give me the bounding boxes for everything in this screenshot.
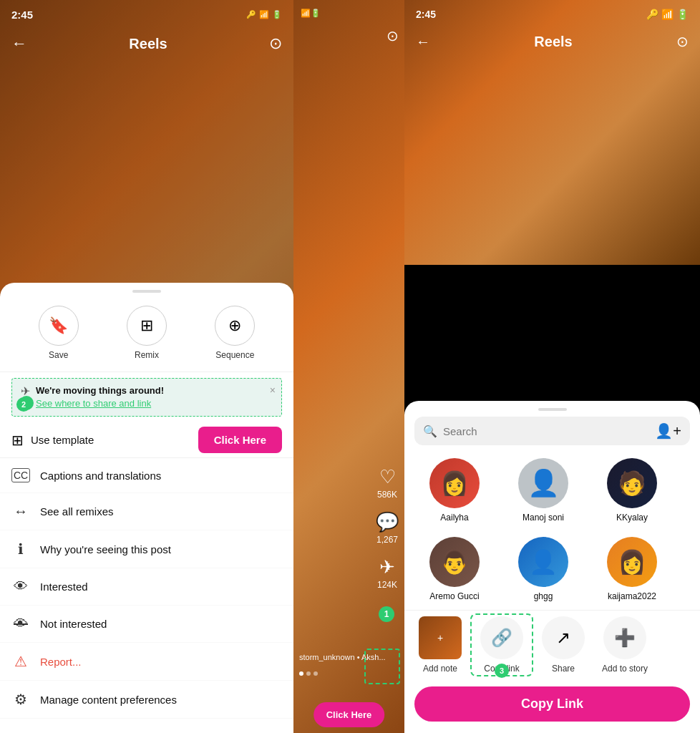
comment-icon: 💬 xyxy=(376,511,399,533)
contact-aremo[interactable]: 👨 Aremo Gucci xyxy=(412,531,497,607)
contact-kkyalay[interactable]: 🧑 KKyalay xyxy=(589,452,675,528)
mid-dashed-box xyxy=(364,649,400,684)
right-share-sheet: 🔍 👤+ 👩 Aailyha 👤 Manoj soni 🧑 xyxy=(404,401,700,733)
left-time: 2:45 xyxy=(11,9,33,21)
share-count: 124K xyxy=(377,580,397,590)
left-phone-panel: 2:45 🔑 📶 🔋 ← Reels ⊙ 🔖 Save ⊞ Remix ⊕ xyxy=(0,0,293,733)
mid-right-actions: ♡ 586K 💬 1,267 ✈ 124K xyxy=(376,466,399,590)
right-reels-title: Reels xyxy=(534,34,572,50)
mid-camera-icon[interactable]: ⊙ xyxy=(387,27,399,44)
add-note-thumb: + xyxy=(419,616,462,659)
avatar-ghgg: 👤 xyxy=(518,537,568,587)
contact-name-aailyha: Aailyha xyxy=(440,513,468,523)
add-person-icon[interactable]: 👤+ xyxy=(655,422,681,440)
left-status-icons: 🔑 📶 🔋 xyxy=(246,10,282,19)
comment-action[interactable]: 💬 1,267 xyxy=(376,511,399,545)
left-reels-header: ← Reels ⊙ xyxy=(0,29,293,59)
left-status-bar: 2:45 🔑 📶 🔋 xyxy=(0,0,293,29)
banner-text: We're moving things around! See where to… xyxy=(36,384,273,410)
contact-manoj[interactable]: 👤 Manoj soni xyxy=(500,452,586,528)
click-here-mid-button[interactable]: Click Here xyxy=(313,702,385,727)
report-label: Report... xyxy=(40,656,82,668)
see-remixes-menu-item[interactable]: ↔ See all remixes xyxy=(0,493,293,530)
captions-menu-item[interactable]: CC Captions and translations xyxy=(0,458,293,493)
contact-ghgg[interactable]: 👤 ghgg xyxy=(500,531,586,607)
add-note-label: Add note xyxy=(423,664,457,674)
step-badge-3: 3 xyxy=(495,664,509,678)
right-phone-panel: 2:45 🔑 📶 🔋 ← Reels ⊙ 🔍 👤+ 👩 Aailyha xyxy=(404,0,700,733)
avatar-aailyha: 👩 xyxy=(429,458,480,508)
comment-count: 1,267 xyxy=(376,535,398,545)
left-reels-title: Reels xyxy=(129,36,167,52)
interested-label: Interested xyxy=(40,581,88,593)
middle-phone-panel: 📶🔋 ♡ 586K 💬 1,267 ✈ 124K storm_unknown •… xyxy=(293,0,404,733)
right-status-bar: 2:45 🔑 📶 🔋 xyxy=(404,0,700,29)
dot-3 xyxy=(313,671,318,676)
use-template-label: Use template xyxy=(31,434,94,446)
contact-name-kaijama: kaijama2022 xyxy=(608,591,656,601)
banner-link[interactable]: See where to share and link xyxy=(36,398,151,409)
dot-2 xyxy=(306,671,311,676)
not-interested-menu-item[interactable]: 👁 Not interested xyxy=(0,606,293,643)
manage-content-menu-item[interactable]: ⚙ Manage content preferences xyxy=(0,681,293,719)
like-action[interactable]: ♡ 586K xyxy=(377,466,397,500)
not-interested-label: Not interested xyxy=(40,618,107,630)
add-to-story-action[interactable]: ➕ Add to story xyxy=(596,616,653,674)
heart-icon: ♡ xyxy=(379,466,396,488)
avatar-kkyalay: 🧑 xyxy=(607,458,657,508)
interested-menu-item[interactable]: 👁 Interested xyxy=(0,568,293,606)
left-bottom-sheet: 🔖 Save ⊞ Remix ⊕ Sequence ✈ We're moving… xyxy=(0,283,293,733)
captions-label: Captions and translations xyxy=(40,470,161,482)
banner-close-icon[interactable]: × xyxy=(270,384,276,396)
save-label: Save xyxy=(49,350,68,360)
like-count: 586K xyxy=(377,490,397,500)
share-action-item[interactable]: ↗ Share xyxy=(535,616,592,674)
sheet-handle xyxy=(132,290,161,293)
remixes-label: See all remixes xyxy=(40,505,114,518)
copy-link-action[interactable]: 🔗 Copy link 3 xyxy=(473,616,530,674)
report-menu-item[interactable]: ⚠ Report... xyxy=(0,643,293,681)
avatar-aremo: 👨 xyxy=(429,537,480,587)
template-icon: ⊞ xyxy=(11,432,24,449)
remixes-icon: ↔ xyxy=(11,503,30,520)
add-note-action[interactable]: + Add note xyxy=(412,616,469,674)
contact-aailyha[interactable]: 👩 Aailyha xyxy=(412,452,497,528)
use-template-row: ⊞ Use template Click Here xyxy=(0,422,293,458)
share-action-label: Share xyxy=(552,664,575,674)
share-action-mid[interactable]: ✈ 124K xyxy=(377,556,397,590)
right-camera-icon[interactable]: ⊙ xyxy=(676,33,689,50)
remix-icon-circle: ⊞ xyxy=(127,306,167,346)
click-here-button[interactable]: Click Here xyxy=(198,427,282,453)
save-action[interactable]: 🔖 Save xyxy=(39,306,79,360)
moving-banner: ✈ We're moving things around! See where … xyxy=(11,378,282,417)
right-sheet-handle xyxy=(538,408,567,411)
share-actions-row: + Add note 🔗 Copy link 3 ↗ Share ➕ Add t… xyxy=(404,610,700,679)
remix-action[interactable]: ⊞ Remix xyxy=(127,306,167,360)
copy-link-big-button[interactable]: Copy Link xyxy=(414,686,690,722)
sequence-label: Sequence xyxy=(215,350,254,360)
contact-kaijama[interactable]: 👩 kaijama2022 xyxy=(589,531,675,607)
mid-reel-bg xyxy=(293,0,404,733)
why-seeing-label: Why you're seeing this post xyxy=(40,543,171,555)
right-back-icon[interactable]: ← xyxy=(416,34,430,50)
share-icon: ✈ xyxy=(379,556,395,578)
contact-name-ghgg: ghgg xyxy=(534,591,553,601)
mid-dots xyxy=(299,671,318,676)
sequence-icon-circle: ⊕ xyxy=(215,306,255,346)
left-back-icon[interactable]: ← xyxy=(11,34,27,53)
captions-icon: CC xyxy=(11,468,30,482)
action-icons-row: 🔖 Save ⊞ Remix ⊕ Sequence xyxy=(0,298,293,372)
contact-name-manoj: Manoj soni xyxy=(522,513,564,523)
search-bar: 🔍 👤+ xyxy=(414,417,690,445)
info-icon: ℹ xyxy=(11,540,30,558)
save-icon-circle: 🔖 xyxy=(39,306,79,346)
add-story-label: Add to story xyxy=(602,664,648,674)
manage-label: Manage content preferences xyxy=(40,694,177,706)
mid-status-bar: 📶🔋 xyxy=(293,0,404,26)
sequence-action[interactable]: ⊕ Sequence xyxy=(215,306,255,360)
search-input[interactable] xyxy=(443,425,649,437)
avatar-kaijama: 👩 xyxy=(607,537,657,587)
left-camera-icon[interactable]: ⊙ xyxy=(269,34,282,53)
share-icon-circle: ↗ xyxy=(542,616,585,659)
why-seeing-menu-item[interactable]: ℹ Why you're seeing this post xyxy=(0,530,293,568)
